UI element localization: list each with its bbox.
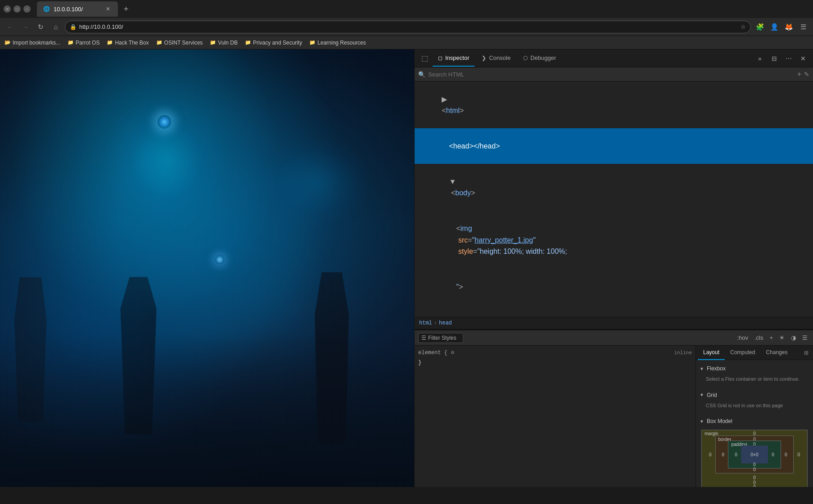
breadcrumb-html[interactable]: html [419, 320, 432, 326]
devtools-close-button[interactable]: ✕ [797, 52, 809, 65]
extensions-button[interactable]: 🧩 [754, 21, 766, 33]
box-margin: margin 0 0 border 0 [701, 430, 808, 487]
hov-button[interactable]: :hov [735, 333, 750, 342]
inspector-tab-label: Inspector [445, 54, 469, 61]
url-bar[interactable]: 🔒 http://10.0.0.100/ ☆ [65, 21, 751, 33]
browser-chrome: ✕ □ − 🌐 10.0.0.100/ ✕ + ← → ↻ ⌂ 🔒 http:/… [0, 0, 813, 50]
bookmark-privacy[interactable]: 📁 Privacy and Security [245, 40, 302, 46]
devtools-separate-window-button[interactable]: ⊟ [768, 52, 781, 65]
screenshot-button[interactable]: ☰ [800, 333, 809, 342]
changes-tab[interactable]: Changes [760, 346, 793, 360]
html-line-body-open[interactable]: ▼ <body> [415, 164, 813, 211]
devtools-tab-console[interactable]: ❯ Console [476, 50, 516, 67]
html-line-img[interactable]: <img src="harry_potter_1.jpg" style="hei… [415, 211, 813, 270]
html-line-body-close[interactable]: </body> [415, 305, 813, 317]
bookmark-label-3: Hack The Box [115, 40, 149, 46]
add-rule-button[interactable]: + [768, 333, 775, 342]
more-tabs-button[interactable]: » [754, 52, 766, 65]
menu-button[interactable]: ☰ [797, 21, 809, 33]
computed-tab-label: Computed [730, 349, 755, 356]
tab-bar: 🌐 10.0.0.100/ ✕ + [34, 0, 809, 18]
computed-tab[interactable]: Computed [725, 346, 760, 360]
html-line-head[interactable]: <head></head> [415, 128, 813, 164]
bookmark-parrotos[interactable]: 📁 Parrot OS [68, 40, 99, 46]
back-button[interactable]: ← [4, 21, 16, 33]
box-content: 0×0 [741, 446, 768, 464]
right-panel-expand-button[interactable]: ⊞ [801, 350, 811, 356]
body-collapse-arrow[interactable]: ▼ [449, 178, 456, 185]
filter-styles-input[interactable]: ☰ Filter Styles [418, 333, 463, 343]
devtools-tabs: ⬚ ◻ Inspector ❯ Console ⬡ Debugger » ⊟ ⋯… [415, 50, 813, 68]
search-icon: 🔍 [418, 71, 425, 78]
styles-left-panel: element { ⚙ inline } [415, 346, 696, 487]
flexbox-header[interactable]: ▼ Flexbox [700, 364, 809, 374]
html-line-img-close[interactable]: "> [415, 270, 813, 305]
tab-close-button[interactable]: ✕ [104, 5, 112, 13]
lock-icon: 🔒 [70, 24, 77, 30]
collapse-arrow[interactable]: ▶ [442, 95, 447, 103]
margin-bottom-value[interactable]: 0 [753, 485, 756, 487]
padding-bottom-value[interactable]: 0 [753, 462, 756, 467]
url-bar-icons: ☆ [741, 23, 746, 30]
bookmark-osint[interactable]: 📁 OSINT Services [156, 40, 203, 46]
margin-left-value[interactable]: 0 [707, 450, 714, 459]
title-bar: ✕ □ − 🌐 10.0.0.100/ ✕ + [0, 0, 813, 18]
margin-right-value[interactable]: 0 [795, 450, 802, 459]
new-tab-button[interactable]: + [120, 3, 132, 15]
folder-icon-7: 📁 [309, 40, 316, 45]
flexbox-section: ▼ Flexbox Select a Flex container or ite… [700, 364, 809, 385]
styles-tools: :hov .cls + ☀ ◑ ☰ [735, 333, 809, 342]
devtools-more-button[interactable]: ⋯ [782, 52, 795, 65]
padding-left-value[interactable]: 0 [733, 450, 739, 459]
devtools-tab-inspector[interactable]: ◻ Inspector [433, 50, 474, 67]
bookmark-label-6: Privacy and Security [253, 40, 302, 46]
maximize-window-button[interactable]: □ [14, 5, 21, 13]
profile-button[interactable]: 👤 [768, 21, 781, 33]
box-model-collapse-arrow[interactable]: ▼ [700, 419, 704, 424]
layout-tab[interactable]: Layout [698, 346, 725, 360]
edit-html-button[interactable]: ✎ [804, 71, 809, 78]
devtools-search: 🔍 + ✎ [415, 68, 813, 81]
html-search-input[interactable] [428, 71, 795, 78]
flexbox-label: Flexbox [707, 365, 726, 372]
devtools-tab-debugger[interactable]: ⬡ Debugger [518, 50, 561, 67]
bookmark-vulndb[interactable]: 📁 Vuln DB [210, 40, 238, 46]
nav-bar: ← → ↻ ⌂ 🔒 http://10.0.0.100/ ☆ 🧩 👤 🦊 ☰ [0, 18, 813, 36]
border-bottom-value[interactable]: 0 [753, 467, 756, 472]
grid-collapse-arrow[interactable]: ▼ [700, 392, 704, 397]
active-tab[interactable]: 🌐 10.0.0.100/ ✕ [37, 1, 118, 17]
html-line-html-open[interactable]: ▶ <html> [415, 81, 813, 128]
forward-button[interactable]: → [19, 21, 32, 33]
breadcrumb-sep-1: › [434, 320, 437, 326]
webpage-area[interactable] [0, 50, 414, 487]
box-model-header[interactable]: ▼ Box Model [700, 416, 809, 426]
light-mode-button[interactable]: ☀ [777, 333, 786, 342]
border-right-value[interactable]: 0 [783, 450, 789, 459]
refresh-button[interactable]: ↻ [34, 21, 47, 33]
content-size-value[interactable]: 0×0 [751, 452, 759, 457]
home-button[interactable]: ⌂ [50, 21, 62, 33]
add-node-button[interactable]: + [797, 70, 801, 78]
bookmark-import[interactable]: 📂 Import bookmarks... [5, 40, 60, 46]
firefox-button[interactable]: 🦊 [782, 21, 795, 33]
breadcrumb-head[interactable]: head [439, 320, 452, 326]
style-element-rule: element { ⚙ inline } [418, 348, 692, 368]
devtools-dock-button[interactable]: ⬚ [418, 52, 431, 65]
bookmark-hackthebox[interactable]: 📁 Hack The Box [107, 40, 149, 46]
dark-mode-button[interactable]: ◑ [789, 333, 798, 342]
bookmark-learning[interactable]: 📁 Learning Resources [309, 40, 366, 46]
style-element-selector: element { [418, 348, 447, 358]
minimize-window-button[interactable]: − [23, 5, 31, 13]
flexbox-collapse-arrow[interactable]: ▼ [700, 366, 704, 371]
html-tree[interactable]: ▶ <html> <head></head> ▼ <body> <img src… [415, 81, 813, 317]
box-model-diagram: margin 0 0 border 0 [701, 430, 808, 487]
layout-tab-label: Layout [703, 349, 719, 356]
console-tab-label: Console [489, 54, 510, 61]
padding-right-value[interactable]: 0 [770, 450, 776, 459]
bookmark-star-icon[interactable]: ☆ [741, 23, 746, 30]
cls-button[interactable]: .cls [753, 333, 765, 342]
style-settings-icon[interactable]: ⚙ [451, 348, 454, 358]
grid-header[interactable]: ▼ Grid [700, 390, 809, 400]
close-window-button[interactable]: ✕ [4, 5, 11, 13]
border-left-value[interactable]: 0 [720, 450, 727, 459]
